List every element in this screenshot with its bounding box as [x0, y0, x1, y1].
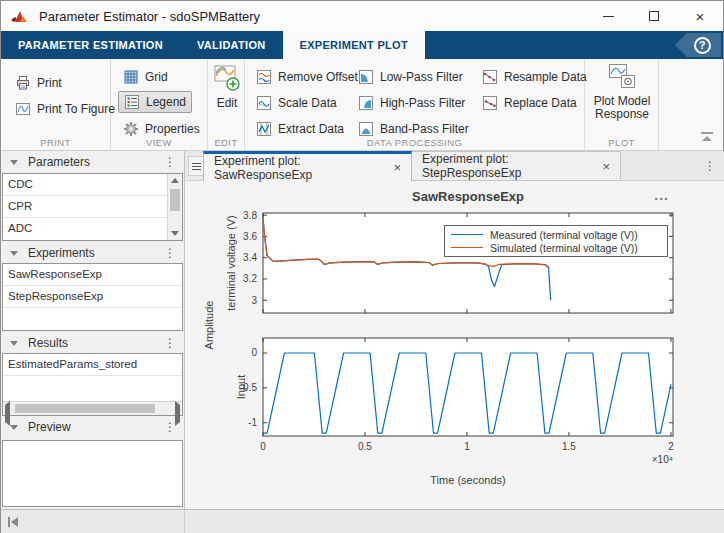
tab-experiment-plot[interactable]: EXPERIMENT PLOT	[283, 31, 425, 59]
top-chart-ylabel: terminal voltage (V)	[225, 215, 237, 310]
tabbar-menu-icon[interactable]: ⋮	[704, 159, 716, 173]
section-edit-label: EDIT	[208, 137, 244, 148]
tab-parameter-estimation[interactable]: PARAMETER ESTIMATION	[1, 31, 180, 59]
collapse-ribbon-button[interactable]	[699, 131, 715, 143]
parameters-menu-icon[interactable]: ⋮	[164, 156, 176, 168]
collapse-caret-icon	[10, 160, 18, 165]
collapse-sidebar-button[interactable]	[8, 516, 22, 527]
ribbon-body: Print Print To Figure PRINT Grid	[1, 59, 723, 151]
plot-title: SawResponseExp	[263, 189, 673, 204]
preview-panel-title: Preview	[28, 420, 164, 434]
scroll-thumb[interactable]	[15, 404, 155, 413]
svg-text:0: 0	[260, 441, 266, 452]
collapse-sidebar-icon	[8, 517, 10, 527]
experiment-item[interactable]	[3, 308, 182, 330]
minimize-icon	[603, 16, 614, 17]
svg-text:3.2: 3.2	[243, 273, 257, 284]
scroll-down-icon[interactable]	[168, 227, 182, 240]
grid-label: Grid	[145, 70, 168, 84]
doc-tab-label: Experiment plot: StepResponseExp	[422, 152, 593, 180]
legend-label: Simulated (terminal voltage (V))	[490, 242, 638, 254]
experiments-list: SawResponseExp StepResponseExp	[2, 263, 183, 331]
parameters-scrollbar[interactable]	[167, 174, 182, 240]
minimize-button[interactable]	[585, 1, 631, 31]
sidebar: Parameters ⋮ CDC CPR ADC Experiments ⋮	[1, 151, 185, 509]
section-plot: Plot Model Response PLOT	[585, 59, 659, 150]
grid-icon	[123, 69, 139, 85]
close-button[interactable]: ×	[677, 1, 723, 31]
svg-text:3.6: 3.6	[243, 231, 257, 242]
simulated-line-sample	[451, 247, 483, 248]
results-menu-icon[interactable]: ⋮	[164, 337, 176, 349]
measured-line-sample	[451, 234, 483, 235]
scale-data-button[interactable]: Scale Data	[251, 92, 342, 114]
result-item[interactable]: EstimatedParams_stored	[3, 354, 182, 376]
section-print-label: PRINT	[1, 137, 110, 148]
scroll-thumb[interactable]	[170, 189, 180, 211]
experiments-panel-header[interactable]: Experiments ⋮	[1, 243, 184, 263]
grid-button[interactable]: Grid	[118, 66, 173, 88]
resample-data-label: Resample Data	[504, 70, 587, 84]
print-to-figure-button[interactable]: Print To Figure	[10, 98, 120, 120]
scroll-up-icon[interactable]	[168, 174, 182, 187]
svg-text:3.8: 3.8	[243, 210, 257, 221]
high-pass-filter-icon	[358, 95, 374, 111]
high-pass-filter-button[interactable]: High-Pass Filter	[353, 92, 470, 114]
content-area: Parameters ⋮ CDC CPR ADC Experiments ⋮	[1, 151, 724, 509]
plot-model-response-label: Plot Model Response	[587, 95, 657, 121]
legend-button[interactable]: Legend	[118, 91, 192, 113]
results-hscrollbar[interactable]	[3, 401, 182, 415]
low-pass-filter-label: Low-Pass Filter	[380, 70, 463, 84]
results-list: EstimatedParams_stored	[2, 353, 183, 416]
section-view-label: VIEW	[111, 137, 207, 148]
document-tabbar: Experiment plot: SawResponseExp × Experi…	[185, 151, 724, 181]
preview-menu-icon[interactable]: ⋮	[164, 421, 176, 433]
replace-data-icon	[482, 95, 498, 111]
parameter-item[interactable]: CDC	[3, 174, 167, 196]
tab-close-icon[interactable]: ×	[393, 160, 401, 175]
experiment-item[interactable]: SawResponseExp	[3, 264, 182, 286]
svg-text:1.5: 1.5	[562, 441, 576, 452]
remove-offset-button[interactable]: Remove Offset	[251, 66, 363, 88]
tab-validation[interactable]: VALIDATION	[180, 31, 283, 59]
results-panel-header[interactable]: Results ⋮	[1, 333, 184, 353]
plot-more-options[interactable]: ...	[654, 187, 669, 203]
experiment-item[interactable]: StepResponseExp	[3, 286, 182, 308]
maximize-button[interactable]	[631, 1, 677, 31]
tab-experiment-plot-sawresponseexp[interactable]: Experiment plot: SawResponseExp ×	[203, 151, 412, 181]
experiments-panel-title: Experiments	[28, 246, 164, 260]
ribbon-tabstrip: PARAMETER ESTIMATION VALIDATION EXPERIME…	[1, 31, 723, 59]
statusbar	[1, 509, 724, 533]
plot-model-response-button[interactable]: Plot Model Response	[587, 62, 657, 121]
tab-experiment-plot-stepresponseexp[interactable]: Experiment plot: StepResponseExp ×	[412, 151, 621, 181]
plot-model-response-icon	[607, 62, 637, 92]
legend-entry-simulated: Simulated (terminal voltage (V))	[451, 241, 663, 254]
properties-label: Properties	[145, 122, 200, 136]
svg-text:3: 3	[251, 295, 257, 306]
parameter-item[interactable]: ADC	[3, 218, 167, 240]
extract-data-label: Extract Data	[278, 122, 344, 136]
tab-list-menu-icon[interactable]	[188, 156, 204, 176]
resample-data-button[interactable]: Resample Data	[477, 66, 592, 88]
preview-panel-header[interactable]: Preview ⋮	[1, 417, 184, 437]
printer-icon	[15, 75, 31, 91]
parameters-panel-header[interactable]: Parameters ⋮	[1, 152, 184, 172]
experiments-menu-icon[interactable]: ⋮	[164, 247, 176, 259]
replace-data-button[interactable]: Replace Data	[477, 92, 582, 114]
resample-data-icon	[482, 69, 498, 85]
print-button[interactable]: Print	[10, 72, 67, 94]
parameter-item[interactable]: CPR	[3, 196, 167, 218]
collapse-sidebar-arrow-icon	[11, 517, 18, 527]
shared-ylabel: Amplitude	[203, 301, 215, 350]
band-pass-filter-icon	[358, 121, 374, 137]
high-pass-filter-label: High-Pass Filter	[380, 96, 465, 110]
remove-offset-label: Remove Offset	[278, 70, 358, 84]
edit-button[interactable]: Edit	[212, 63, 242, 110]
help-icon: ?	[694, 37, 711, 54]
statusbar-sidebar-cell	[1, 510, 185, 533]
plot-legend[interactable]: Measured (terminal voltage (V)) Simulate…	[444, 225, 668, 257]
help-button[interactable]: ?	[675, 33, 721, 57]
low-pass-filter-button[interactable]: Low-Pass Filter	[353, 66, 468, 88]
tab-close-icon[interactable]: ×	[602, 159, 610, 174]
edit-label: Edit	[217, 97, 238, 110]
